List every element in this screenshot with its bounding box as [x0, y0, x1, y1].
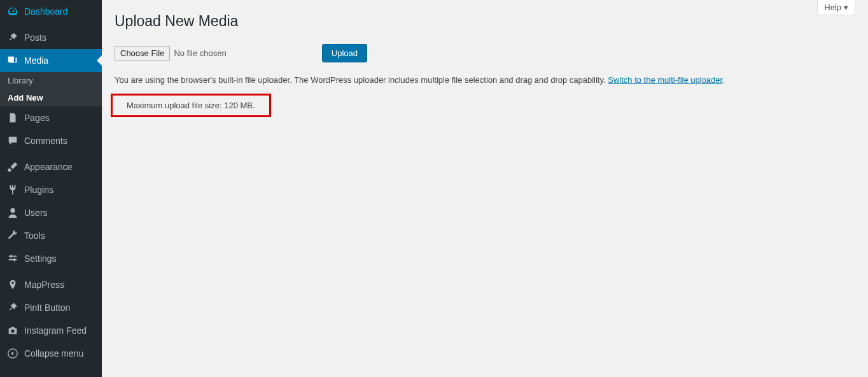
sidebar-label: Tools [24, 230, 45, 241]
location-icon [6, 278, 19, 291]
info-text: You are using the browser's built-in fil… [115, 75, 608, 85]
choose-file-button[interactable]: Choose File [115, 46, 170, 60]
pushpin-icon [6, 31, 19, 44]
submenu-item-library[interactable]: Library [0, 72, 102, 89]
sidebar-item-tools[interactable]: Tools [0, 224, 102, 247]
sidebar-label: PinIt Button [24, 302, 70, 313]
sidebar-item-appearance[interactable]: Appearance [0, 155, 102, 178]
sidebar-item-pinit[interactable]: PinIt Button [0, 296, 102, 319]
pushpin-icon [6, 301, 19, 314]
sidebar-item-dashboard[interactable]: Dashboard [0, 0, 102, 23]
sliders-icon [6, 252, 19, 265]
media-icon [6, 54, 19, 67]
dashboard-icon [6, 5, 19, 18]
file-input[interactable]: Choose File No file chosen [115, 46, 227, 60]
admin-sidebar: Dashboard Posts Media Library Add New Pa… [0, 0, 102, 377]
pages-icon [6, 111, 19, 124]
switch-uploader-link[interactable]: Switch to the multi-file uploader [608, 75, 722, 85]
sidebar-item-posts[interactable]: Posts [0, 26, 102, 49]
sidebar-item-media[interactable]: Media [0, 49, 102, 72]
sidebar-item-pages[interactable]: Pages [0, 106, 102, 129]
sidebar-item-mappress[interactable]: MapPress [0, 273, 102, 296]
max-upload-size: Maximum upload file size: 120 MB. [111, 94, 271, 117]
no-file-label: No file chosen [174, 48, 226, 58]
submenu-item-addnew[interactable]: Add New [0, 89, 102, 106]
sidebar-label: Posts [24, 32, 46, 43]
camera-icon [6, 324, 19, 337]
brush-icon [6, 160, 19, 173]
upload-button[interactable]: Upload [322, 44, 367, 62]
main-content: Help ▾ Upload New Media Choose File No f… [102, 0, 868, 377]
sidebar-label: Plugins [24, 184, 53, 196]
collapse-icon [6, 347, 19, 360]
sidebar-item-plugins[interactable]: Plugins [0, 178, 102, 201]
sidebar-label: Settings [24, 253, 57, 264]
chevron-down-icon: ▾ [844, 3, 848, 12]
sidebar-label: MapPress [24, 279, 64, 290]
upload-row: Choose File No file chosen Upload [115, 44, 855, 62]
sidebar-label: Pages [24, 112, 50, 124]
wrench-icon [6, 229, 19, 242]
plug-icon [6, 183, 19, 196]
user-icon [6, 206, 19, 219]
sidebar-label: Appearance [24, 161, 73, 173]
help-label: Help [824, 3, 841, 12]
sidebar-item-users[interactable]: Users [0, 201, 102, 224]
comments-icon [6, 134, 19, 147]
sidebar-label: Media [24, 55, 48, 66]
media-submenu: Library Add New [0, 72, 102, 106]
help-button[interactable]: Help ▾ [817, 0, 855, 15]
sidebar-label: Comments [24, 135, 67, 146]
uploader-info: You are using the browser's built-in fil… [115, 75, 855, 85]
info-period: . [722, 75, 725, 85]
sidebar-label: Instagram Feed [24, 325, 87, 336]
page-title: Upload New Media [115, 13, 855, 30]
sidebar-item-settings[interactable]: Settings [0, 247, 102, 270]
sidebar-item-comments[interactable]: Comments [0, 129, 102, 152]
sidebar-item-instagram[interactable]: Instagram Feed [0, 319, 102, 342]
sidebar-label: Dashboard [24, 6, 68, 17]
sidebar-item-collapse[interactable]: Collapse menu [0, 342, 102, 365]
sidebar-label: Collapse menu [24, 348, 83, 359]
sidebar-label: Users [24, 207, 48, 218]
